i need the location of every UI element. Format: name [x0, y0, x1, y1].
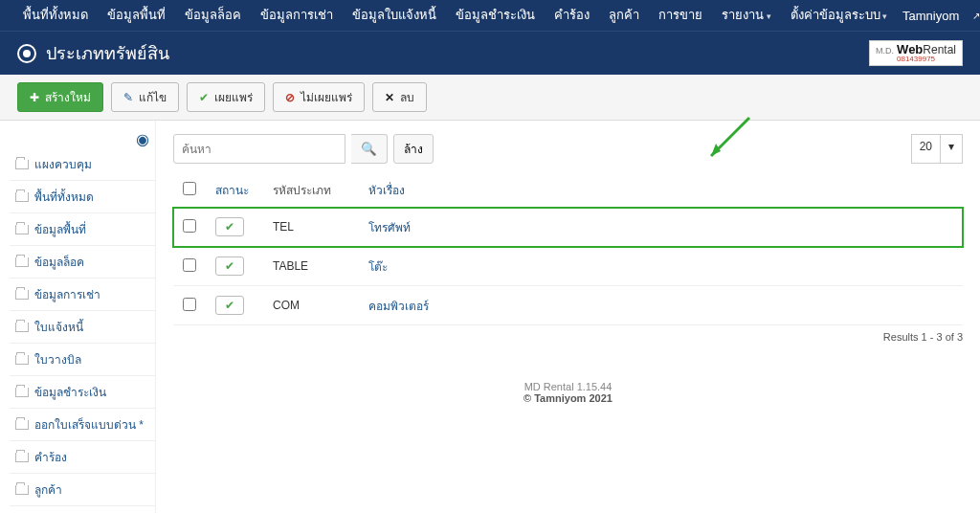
- topnav-item[interactable]: คำร้อง: [545, 0, 599, 32]
- row-checkbox[interactable]: [183, 298, 196, 311]
- sidebar-item-label: ข้อมูลล็อค: [34, 253, 84, 271]
- row-title-link[interactable]: โต๊ะ: [368, 260, 388, 274]
- folder-icon: [15, 388, 29, 397]
- publish-button[interactable]: ✔เผยแพร่: [187, 82, 265, 112]
- topnav-item[interactable]: การขาย: [649, 0, 712, 32]
- row-title-link[interactable]: โทรศัพท์: [368, 221, 411, 234]
- topnav-item[interactable]: ข้อมูลการเช่า: [251, 0, 343, 32]
- sidebar-item-label: ข้อมูลพื้นที่: [34, 220, 86, 238]
- topnav-item[interactable]: ข้อมูลชำระเงิน: [446, 0, 545, 32]
- sidebar-collapse[interactable]: ◉: [10, 130, 155, 148]
- search-input[interactable]: [173, 134, 345, 164]
- topnav-item[interactable]: ลูกค้า: [599, 0, 649, 32]
- sidebar: ◉ แผงควบคุมพื้นที่ทั้งหมดข้อมูลพื้นที่ข้…: [0, 121, 155, 513]
- col-code: รหัสประเภท: [263, 173, 359, 208]
- search-icon: 🔍: [361, 142, 377, 156]
- sidebar-item-label: ออกใบเสร็จแบบด่วน *: [34, 415, 144, 434]
- check-icon: ✔: [199, 92, 209, 103]
- page-title: ประเภททรัพย์สิน: [46, 39, 169, 67]
- status-toggle[interactable]: ✔: [215, 256, 244, 276]
- folder-icon: [15, 257, 29, 267]
- folder-icon: [15, 192, 29, 202]
- row-title-link[interactable]: คอมพิวเตอร์: [368, 300, 429, 313]
- brand-logo: M.D. WebRental 081439975: [869, 40, 963, 66]
- topnav-item[interactable]: รายงาน: [712, 0, 781, 32]
- edit-button[interactable]: ✎แก้ไข: [111, 82, 179, 112]
- sidebar-item-label: ใบวางบิล: [34, 350, 81, 368]
- topnav-item[interactable]: พื้นที่ทั้งหมด: [13, 0, 98, 32]
- sidebar-item[interactable]: ใบแจ้งหนี้: [10, 311, 155, 344]
- page-limit-select[interactable]: 20 ▾: [911, 134, 963, 164]
- topnav-item[interactable]: ตั้งค่าข้อมูลระบบ: [781, 0, 898, 32]
- sidebar-item-label: ข้อมูลชำระเงิน: [34, 383, 106, 401]
- sidebar-item[interactable]: ข้อมูลชำระเงิน: [10, 376, 155, 409]
- sidebar-item[interactable]: ข้อมูลล็อค: [10, 246, 155, 279]
- folder-icon: [15, 290, 29, 300]
- content-area: 🔍 ล้าง 20 ▾ สถานะ รหัสประเภท หัวเรื่อง ✔…: [155, 121, 980, 513]
- pencil-icon: ✎: [123, 92, 133, 103]
- sidebar-item[interactable]: ข้อมูลการเช่า: [10, 279, 155, 311]
- x-icon: ✕: [385, 92, 394, 103]
- status-toggle[interactable]: ✔: [215, 296, 244, 315]
- sidebar-item-label: แผงควบคุม: [34, 155, 92, 173]
- table-row: ✔TELโทรศัพท์: [173, 208, 963, 247]
- unpublish-button[interactable]: ⊘ไม่เผยแพร่: [273, 82, 365, 112]
- row-code: TABLE: [263, 247, 359, 286]
- row-checkbox[interactable]: [183, 219, 196, 233]
- results-count: Results 1 - 3 of 3: [173, 331, 963, 343]
- sidebar-item-label: ใบแจ้งหนี้: [34, 318, 83, 336]
- page-icon: [17, 44, 36, 63]
- topnav-item[interactable]: ข้อมูลล็อค: [175, 0, 251, 32]
- top-navigation: พื้นที่ทั้งหมดข้อมูลพื้นที่ข้อมูลล็อคข้อ…: [0, 0, 980, 31]
- user-link-icon: ↗: [972, 11, 980, 21]
- folder-icon: [15, 453, 29, 462]
- sidebar-item[interactable]: งานขาย: [10, 506, 155, 513]
- search-button[interactable]: 🔍: [351, 134, 388, 164]
- row-checkbox[interactable]: [183, 258, 196, 272]
- folder-icon: [15, 160, 29, 169]
- sidebar-item[interactable]: ใบวางบิล: [10, 344, 155, 376]
- col-title[interactable]: หัวเรื่อง: [359, 173, 963, 208]
- select-all-checkbox[interactable]: [183, 182, 196, 195]
- sidebar-item-label: คำร้อง: [34, 448, 67, 466]
- topnav-item[interactable]: ข้อมูลใบแจ้งหนี้: [343, 0, 446, 32]
- folder-icon: [15, 355, 29, 365]
- table-row: ✔COMคอมพิวเตอร์: [173, 286, 963, 325]
- folder-icon: [15, 225, 29, 234]
- sidebar-item-label: ข้อมูลการเช่า: [34, 285, 100, 303]
- folder-icon: [15, 323, 29, 332]
- footer: MD Rental 1.15.44 © Tamniyom 2021: [173, 381, 963, 404]
- sidebar-item[interactable]: คำร้อง: [10, 441, 155, 474]
- row-code: TEL: [263, 208, 359, 247]
- chevron-down-icon: ▾: [941, 134, 963, 164]
- folder-icon: [15, 420, 29, 430]
- user-link[interactable]: Tamniyom: [897, 9, 965, 23]
- new-button[interactable]: ✚สร้างใหม่: [17, 82, 103, 112]
- col-status[interactable]: สถานะ: [206, 173, 263, 208]
- topnav-item[interactable]: ข้อมูลพื้นที่: [98, 0, 175, 32]
- status-toggle[interactable]: ✔: [215, 217, 244, 236]
- delete-button[interactable]: ✕ลบ: [372, 82, 427, 112]
- sidebar-item[interactable]: แผงควบคุม: [10, 148, 155, 181]
- sidebar-item[interactable]: ลูกค้า: [10, 474, 155, 506]
- action-toolbar: ✚สร้างใหม่ ✎แก้ไข ✔เผยแพร่ ⊘ไม่เผยแพร่ ✕…: [0, 75, 980, 121]
- sidebar-item-label: ลูกค้า: [34, 480, 62, 499]
- data-table: สถานะ รหัสประเภท หัวเรื่อง ✔TELโทรศัพท์✔…: [173, 173, 963, 325]
- x-red-icon: ⊘: [285, 92, 295, 103]
- folder-icon: [15, 485, 29, 495]
- sidebar-item-label: พื้นที่ทั้งหมด: [34, 188, 94, 206]
- sidebar-item[interactable]: ออกใบเสร็จแบบด่วน *: [10, 409, 155, 441]
- table-row: ✔TABLEโต๊ะ: [173, 247, 963, 286]
- row-code: COM: [263, 286, 359, 325]
- clear-button[interactable]: ล้าง: [393, 134, 434, 164]
- title-bar: ประเภททรัพย์สิน M.D. WebRental 081439975: [0, 31, 980, 75]
- plus-icon: ✚: [30, 92, 39, 103]
- sidebar-item[interactable]: พื้นที่ทั้งหมด: [10, 181, 155, 213]
- sidebar-item[interactable]: ข้อมูลพื้นที่: [10, 213, 155, 246]
